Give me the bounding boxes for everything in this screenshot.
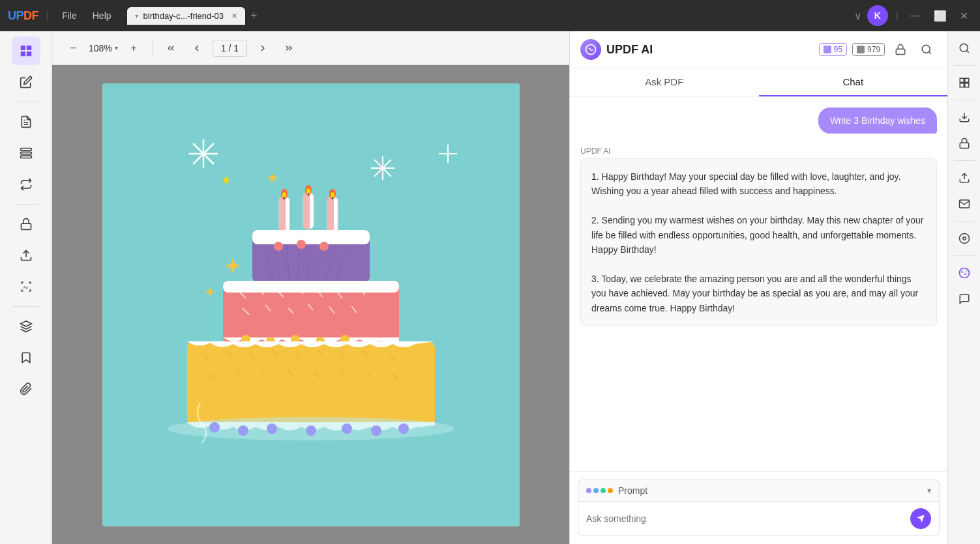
titlebar-divider: | — [46, 10, 49, 21]
svg-rect-33 — [303, 193, 306, 229]
svg-rect-112 — [960, 78, 964, 82]
main-area: Aa − 108% ▾ + 1 / 1 — [0, 31, 980, 544]
page-last-button[interactable] — [278, 38, 299, 59]
svg-rect-115 — [964, 83, 968, 87]
svg-line-125 — [962, 272, 965, 274]
sidebar-icon-organize[interactable] — [12, 139, 40, 167]
token-badge-purple[interactable]: 95 — [819, 43, 847, 56]
svg-marker-13 — [20, 321, 31, 326]
svg-rect-105 — [824, 46, 831, 53]
tab-area: ▾ birthday-c...-friend-03 ✕ + — [127, 7, 260, 25]
dot-yellow — [608, 488, 613, 493]
svg-rect-3 — [26, 51, 31, 56]
right-share-icon[interactable] — [953, 166, 976, 190]
svg-point-108 — [922, 45, 930, 53]
page-prev-button[interactable] — [186, 38, 207, 59]
zoom-dropdown-icon[interactable]: ▾ — [115, 44, 118, 51]
sidebar-icon-edit[interactable] — [12, 68, 40, 96]
svg-rect-7 — [20, 149, 31, 150]
ai-lock-icon[interactable] — [890, 39, 911, 60]
ai-panel-header: UPDF AI 95 979 — [570, 31, 947, 68]
ai-title: UPDF AI — [606, 43, 653, 57]
page-first-button[interactable] — [160, 38, 181, 59]
tab-dropdown-icon: ▾ — [135, 12, 138, 20]
svg-rect-114 — [960, 83, 964, 87]
sidebar-icon-view[interactable] — [12, 36, 40, 65]
prompt-input-area — [578, 501, 940, 536]
right-email-icon[interactable] — [953, 192, 976, 216]
new-tab-button[interactable]: + — [248, 7, 260, 25]
ai-tabs: Ask PDF Chat — [570, 68, 947, 97]
gray-token-count: 979 — [867, 45, 880, 54]
right-download-icon[interactable] — [953, 106, 976, 129]
ai-search-icon[interactable] — [916, 39, 937, 60]
right-ocr-icon[interactable] — [953, 71, 976, 94]
ask-input[interactable] — [586, 513, 905, 524]
titlebar-sep: | — [896, 10, 898, 21]
svg-rect-53 — [252, 230, 370, 244]
ai-chat[interactable]: Write 3 Birthday wishes UPDF AI 1. Happy… — [570, 97, 947, 471]
ai-response-area: UPDF AI 1. Happy Birthday! May your spec… — [580, 147, 937, 326]
active-tab[interactable]: ▾ birthday-c...-friend-03 ✕ — [127, 7, 246, 25]
sidebar-icon-export[interactable] — [12, 241, 40, 270]
svg-point-110 — [960, 44, 968, 51]
close-button[interactable]: ✕ — [956, 7, 972, 25]
sidebar-icon-layers[interactable] — [12, 312, 40, 341]
svg-text:Aa: Aa — [23, 285, 28, 289]
right-search-icon[interactable] — [953, 36, 976, 60]
svg-line-109 — [928, 51, 930, 53]
birthday-cake-image — [102, 83, 520, 526]
menu-file[interactable]: File — [57, 8, 82, 23]
ai-logo — [580, 39, 601, 60]
right-protect-icon[interactable] — [953, 132, 976, 155]
sidebar-sep-2 — [13, 204, 39, 205]
tab-close-btn[interactable]: ✕ — [231, 12, 237, 20]
dot-purple — [586, 488, 591, 493]
svg-rect-28 — [282, 197, 286, 233]
svg-rect-113 — [964, 78, 968, 82]
svg-point-55 — [297, 240, 306, 249]
tab-name: birthday-c...-friend-03 — [143, 11, 224, 21]
ai-label: UPDF AI — [580, 147, 937, 156]
page-display: 1 / 1 — [213, 40, 247, 57]
window-dropdown-icon[interactable]: ∨ — [854, 10, 862, 22]
page-next-button[interactable] — [252, 38, 273, 59]
sidebar-icon-annotate[interactable] — [12, 107, 40, 136]
ai-response-text: 1. Happy Birthday! May your special day … — [580, 158, 937, 326]
sidebar-icon-protect[interactable] — [12, 210, 40, 238]
zoom-in-button[interactable]: + — [123, 38, 144, 59]
maximize-button[interactable]: ⬜ — [930, 7, 951, 25]
tab-ask-pdf[interactable]: Ask PDF — [570, 68, 759, 96]
tab-chat[interactable]: Chat — [759, 68, 948, 96]
prompt-chevron-icon[interactable]: ▾ — [927, 486, 931, 495]
svg-point-102 — [168, 417, 454, 440]
titlebar: UPDF | File Help ▾ birthday-c...-friend-… — [0, 0, 980, 31]
token-badge-gray[interactable]: 979 — [852, 43, 885, 56]
sidebar-icon-attachment[interactable] — [12, 375, 40, 403]
menu-help[interactable]: Help — [87, 8, 117, 23]
minimize-button[interactable]: — — [906, 7, 925, 24]
send-button[interactable] — [910, 508, 931, 529]
right-snapshot-icon[interactable] — [953, 227, 976, 250]
right-chat-icon[interactable] — [953, 287, 976, 311]
right-sep-2 — [954, 100, 975, 100]
user-avatar[interactable]: K — [867, 5, 888, 26]
prompt-label: Prompt — [618, 485, 922, 496]
zoom-out-button[interactable]: − — [63, 38, 83, 59]
pdf-canvas — [52, 65, 569, 544]
svg-rect-34 — [306, 193, 310, 229]
svg-rect-8 — [20, 152, 31, 154]
ai-header-right: 95 979 — [819, 39, 937, 60]
user-message: Write 3 Birthday wishes — [818, 107, 937, 134]
zoom-display: 108% ▾ — [89, 43, 118, 53]
svg-point-119 — [959, 234, 969, 244]
dot-blue — [593, 488, 599, 493]
sidebar-icon-convert[interactable] — [12, 170, 40, 199]
svg-rect-2 — [20, 51, 25, 56]
right-ai-icon[interactable] — [953, 261, 976, 285]
svg-rect-10 — [21, 223, 31, 229]
right-sep-3 — [954, 160, 975, 161]
prompt-header[interactable]: Prompt ▾ — [578, 480, 940, 501]
sidebar-icon-bookmark[interactable] — [12, 343, 40, 372]
sidebar-icon-ocr[interactable]: Aa — [12, 272, 40, 301]
